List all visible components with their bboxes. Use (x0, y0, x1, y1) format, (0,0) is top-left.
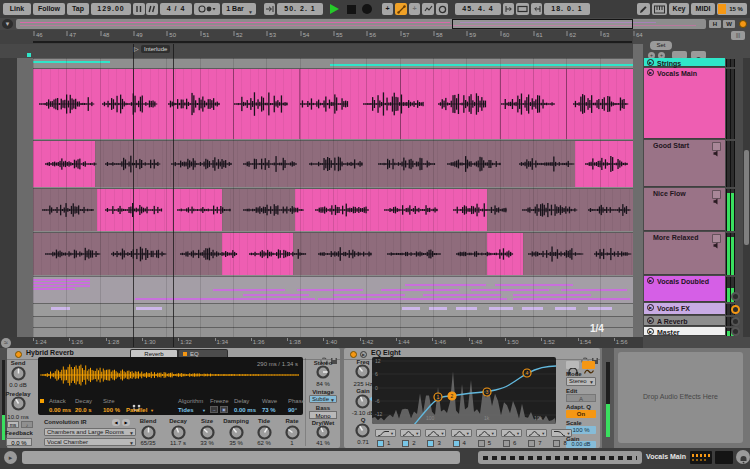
loop-button[interactable] (516, 3, 529, 15)
optimize-height-button[interactable]: H (709, 20, 721, 28)
arrangement-overview[interactable] (16, 19, 706, 29)
punch-out-button[interactable] (531, 3, 542, 15)
tempo-field[interactable]: 129.00 (91, 3, 131, 15)
mini-clip[interactable] (33, 285, 90, 287)
track-header-good-start[interactable]: Good Start (644, 140, 725, 187)
band-filter-type-menu[interactable]: ▼ (551, 429, 572, 437)
locator-interlude[interactable]: Interlude (141, 45, 170, 53)
mini-clip[interactable] (297, 289, 363, 291)
overview-selection[interactable] (452, 19, 633, 29)
eq-adapt-q-button[interactable]: On (566, 410, 596, 418)
back-to-arrangement-button[interactable]: ▼ (2, 19, 13, 29)
stop-button[interactable] (347, 5, 356, 14)
track-row-master[interactable] (33, 327, 633, 337)
midi-overdub-button[interactable]: + (382, 3, 393, 15)
mini-clip[interactable] (135, 298, 315, 300)
device-title[interactable]: Hybrid Reverb (26, 349, 74, 356)
set-locator-button[interactable]: Set (650, 41, 672, 50)
mini-clip[interactable] (471, 289, 549, 291)
track-header-vocals-fx[interactable]: ▶Vocals FX (644, 303, 725, 315)
reenable-automation-button[interactable]: + (409, 3, 420, 15)
session-record-button[interactable] (436, 3, 448, 15)
loop-start-field[interactable]: 45. 4. 4 (455, 3, 501, 15)
feedback-value[interactable]: 0.0 % (6, 438, 32, 446)
track-header-vocals-main[interactable]: ▶Vocals Main (644, 68, 725, 139)
fx-clip[interactable] (555, 307, 576, 310)
band-toggle-3[interactable] (427, 440, 434, 447)
hybrid-knob-blend[interactable] (141, 425, 156, 440)
locator-lane[interactable] (0, 44, 643, 58)
automation-arm-button[interactable] (395, 3, 407, 15)
mixer-section-toggle[interactable]: ||| (731, 31, 745, 40)
hybrid-knob-rate[interactable] (285, 425, 300, 440)
band-toggle-1[interactable] (377, 440, 384, 447)
device-on-button[interactable] (350, 351, 357, 358)
fold-icon[interactable]: ▶ (647, 277, 654, 284)
band-filter-type-menu[interactable]: ▼ (501, 429, 522, 437)
eq-q-knob[interactable] (355, 423, 370, 438)
fx-clip[interactable] (402, 307, 420, 310)
midi-keyboard-strip[interactable] (478, 451, 642, 464)
eq-q-value[interactable]: 0.71 (346, 439, 380, 445)
attack-active-checkbox[interactable] (40, 399, 44, 403)
eq-headphone-button[interactable] (566, 361, 579, 369)
monitor-knob[interactable] (731, 327, 740, 336)
mini-clip[interactable] (495, 284, 573, 286)
record-button[interactable] (362, 4, 372, 14)
mini-clip[interactable] (33, 288, 75, 290)
metronome-button[interactable] (194, 3, 220, 15)
eq-gain-knob[interactable] (355, 394, 370, 409)
mini-clip[interactable] (318, 298, 507, 300)
mini-clip[interactable] (381, 289, 459, 291)
notification-bell-button[interactable] (736, 450, 750, 464)
mini-clip[interactable] (243, 294, 309, 296)
band-filter-type-menu[interactable]: ▼ (451, 429, 472, 437)
fx-clip[interactable] (456, 307, 477, 310)
track-header-strings[interactable]: ▶Strings (644, 58, 725, 67)
send-knob[interactable] (11, 366, 26, 381)
speaker-icon[interactable] (712, 234, 721, 243)
play-button[interactable] (330, 4, 339, 14)
dry-wet-value[interactable]: 41 % (306, 440, 340, 446)
send-value[interactable]: 0.0 dB (2, 382, 34, 388)
freeze-button[interactable]: ▣ (220, 406, 228, 413)
ir-file-menu[interactable]: Vocal Chamber ▼ (44, 438, 136, 446)
quantization-menu[interactable]: 1 Bar ▼ (222, 3, 256, 15)
mini-clip[interactable] (423, 294, 501, 296)
hybrid-knob-tide[interactable] (257, 425, 272, 440)
eq-edit-button[interactable]: A (566, 394, 596, 402)
tempo-follow-button[interactable]: Follow (33, 3, 65, 15)
track-row-a-reverb[interactable] (33, 316, 633, 327)
track-header-more-relaxed[interactable]: More Relaxed (644, 232, 725, 275)
routing-parallel-icon[interactable] (132, 398, 142, 406)
arrangement-position-field[interactable]: 50. 2. 1 (277, 3, 323, 15)
mini-clip[interactable] (561, 289, 627, 291)
speaker-icon[interactable] (712, 190, 721, 199)
key-map-button[interactable]: Key (669, 3, 689, 15)
band-filter-type-menu[interactable]: ▼ (526, 429, 547, 437)
track-header-master[interactable]: ▶Master (644, 327, 725, 336)
eq-active-checkbox[interactable] (183, 352, 187, 356)
mini-clip[interactable] (213, 289, 285, 291)
loop-length-field[interactable]: 18. 0. 1 (544, 3, 590, 15)
hybrid-knob-size[interactable] (200, 425, 215, 440)
mini-clip[interactable] (405, 284, 486, 286)
punch-in-button[interactable] (503, 3, 514, 15)
band-toggle-8[interactable] (553, 440, 560, 447)
draw-mode-button[interactable] (637, 3, 650, 15)
nudge-down-button[interactable] (133, 3, 145, 15)
play-icon[interactable]: ▶ (647, 317, 654, 324)
device-fold-icon[interactable]: ▶ (360, 351, 367, 358)
band-filter-type-menu[interactable]: ▼ (425, 429, 446, 437)
fold-icon[interactable]: ▶ (647, 69, 654, 76)
insert-marker-line[interactable] (173, 44, 174, 347)
band-toggle-4[interactable] (453, 440, 460, 447)
mini-clip[interactable] (33, 282, 90, 284)
freeze-in-button[interactable]: → (210, 406, 218, 413)
track-header-vocals-doubled[interactable]: ▶Vocals Doubled (644, 276, 725, 302)
band-filter-type-menu[interactable]: ▼ (400, 429, 421, 437)
predelay-knob[interactable] (11, 396, 26, 411)
computer-midi-keyboard-button[interactable] (652, 3, 667, 15)
nudge-up-button[interactable] (146, 3, 158, 15)
track-header-a-reverb[interactable]: ▶A Reverb (644, 316, 725, 326)
